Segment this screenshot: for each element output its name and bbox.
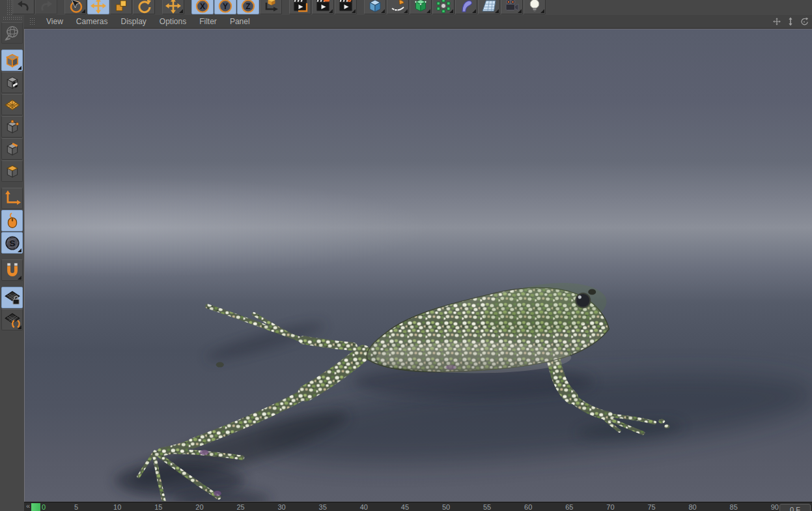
texture-mode-button[interactable] xyxy=(1,72,23,93)
lock-y-axis-button[interactable] xyxy=(214,0,236,14)
deformer-bend-button[interactable] xyxy=(455,0,477,14)
primitive-cube-button[interactable] xyxy=(364,0,386,14)
timeline-frame-70: 70 xyxy=(606,503,614,511)
undo-button[interactable] xyxy=(12,0,35,14)
camera-button[interactable] xyxy=(501,0,523,14)
timeline-frame-20: 20 xyxy=(195,503,203,511)
coordinate-system-button[interactable] xyxy=(260,0,282,14)
render-view-button[interactable] xyxy=(289,0,311,14)
subdivision-surface-button[interactable] xyxy=(410,0,432,14)
timeline-frame-60: 60 xyxy=(524,503,532,511)
timeline-frame-65: 65 xyxy=(565,503,573,511)
timeline-frame-40: 40 xyxy=(360,503,368,511)
tweak-mode-button[interactable] xyxy=(1,210,23,231)
timeline-frame-15: 15 xyxy=(154,503,162,511)
render-settings-button[interactable] xyxy=(335,0,357,14)
lock-x-axis-button[interactable] xyxy=(191,0,214,14)
viewport-menubar: ViewCamerasDisplayOptionsFilterPanel xyxy=(24,15,812,29)
palette-grip[interactable] xyxy=(3,16,22,21)
array-button[interactable] xyxy=(432,0,455,14)
points-mode-button[interactable] xyxy=(1,116,23,138)
menu-filter[interactable]: Filter xyxy=(193,15,223,29)
lock-workplane-button[interactable] xyxy=(1,287,23,308)
timeline-ruler[interactable]: « 0 F 0510152025303540455055606570758085… xyxy=(24,502,812,511)
workspace: ViewCamerasDisplayOptionsFilterPanel xyxy=(0,15,812,511)
viewport-orbit-icon[interactable] xyxy=(800,17,809,26)
redo-button[interactable] xyxy=(35,0,57,14)
menu-display[interactable]: Display xyxy=(114,15,152,29)
timeline-frame-85: 85 xyxy=(730,503,738,511)
timeline-frame-30: 30 xyxy=(277,503,285,511)
timeline-collapse-button[interactable]: « xyxy=(26,502,30,510)
light-button[interactable] xyxy=(524,0,546,14)
polygons-mode-button[interactable] xyxy=(1,160,23,182)
live-selection-button[interactable] xyxy=(64,0,87,14)
rotate-button[interactable] xyxy=(133,0,155,14)
soft-selection-button[interactable] xyxy=(1,232,23,254)
timeline-frame-80: 80 xyxy=(688,503,696,511)
scene-render xyxy=(25,29,812,501)
enable-axis-button[interactable] xyxy=(1,188,23,209)
edges-mode-button[interactable] xyxy=(1,138,23,160)
render-picture-viewer-button[interactable] xyxy=(312,0,334,14)
current-frame-marker[interactable] xyxy=(31,503,40,511)
timeline-frame-0: 0 xyxy=(42,503,46,511)
timeline-frame-90: 90 xyxy=(771,503,779,511)
viewport-pan-icon[interactable] xyxy=(772,17,781,26)
timeline-frame-10: 10 xyxy=(113,503,121,511)
last-tool-move-button[interactable] xyxy=(162,0,184,14)
mode-palette xyxy=(0,15,24,511)
viewport-dolly-icon[interactable] xyxy=(786,17,795,26)
lock-z-axis-button[interactable] xyxy=(237,0,259,14)
workplane-mode-button[interactable] xyxy=(1,94,23,115)
timeline-frame-50: 50 xyxy=(442,503,450,511)
cinema4d-window: ViewCamerasDisplayOptionsFilterPanel xyxy=(0,0,812,511)
make-editable-button[interactable] xyxy=(1,22,23,44)
menu-panel[interactable]: Panel xyxy=(223,15,257,29)
current-frame-field[interactable]: 0 F xyxy=(779,504,811,511)
toolbar-grip[interactable] xyxy=(7,0,12,15)
timeline-frame-25: 25 xyxy=(236,503,244,511)
move-button[interactable] xyxy=(87,0,109,14)
floor-button[interactable] xyxy=(478,0,500,14)
menu-view[interactable]: View xyxy=(40,15,70,29)
timeline-frame-35: 35 xyxy=(319,503,327,511)
timeline-frame-5: 5 xyxy=(74,503,78,511)
scale-button[interactable] xyxy=(110,0,132,14)
viewport-panel: ViewCamerasDisplayOptionsFilterPanel xyxy=(24,15,812,511)
model-mode-button[interactable] xyxy=(1,50,23,71)
main-toolbar xyxy=(0,0,812,15)
timeline-frame-75: 75 xyxy=(647,503,655,511)
timeline-frame-45: 45 xyxy=(401,503,409,511)
snap-button[interactable] xyxy=(1,259,23,281)
menubar-grip[interactable] xyxy=(29,18,36,25)
timeline-frame-55: 55 xyxy=(483,503,491,511)
spline-pen-button[interactable] xyxy=(387,0,409,14)
menu-cameras[interactable]: Cameras xyxy=(70,15,115,29)
workplane-tool-button[interactable] xyxy=(1,309,23,330)
viewport-3d[interactable] xyxy=(24,29,812,502)
menu-options[interactable]: Options xyxy=(153,15,193,29)
